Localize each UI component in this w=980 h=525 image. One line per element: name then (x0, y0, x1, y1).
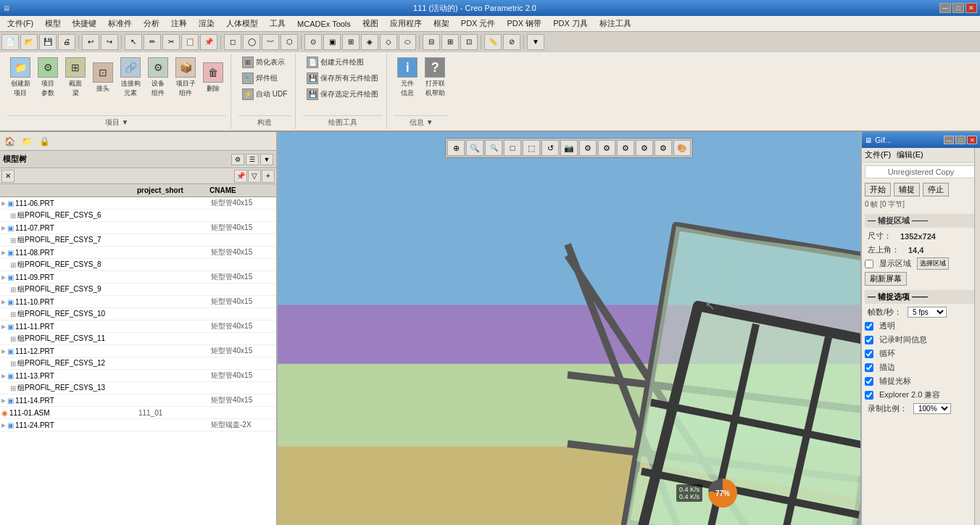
menu-standard[interactable]: 标准件 (102, 17, 138, 30)
menu-pdx-knife[interactable]: PDX 刀具 (547, 17, 594, 30)
gif-menu-file[interactable]: 文件(F) (865, 149, 891, 160)
menu-apps[interactable]: 应用程序 (384, 17, 428, 30)
save-all-drawings-btn[interactable]: 💾 保存所有元件绘图 (303, 71, 382, 86)
meas-btn[interactable]: 📏 (484, 34, 502, 50)
tree-row[interactable]: ⊞ 组PROFIL_REF_CSYS_7 (0, 234, 276, 247)
tree-row[interactable]: ⊞ 组PROFIL_REF_CSYS_11 (0, 333, 276, 345)
tree-row[interactable]: ▶ ▣ 111-08.PRT 矩型管40x15 (0, 247, 276, 259)
gif-refresh-btn[interactable]: 刷新屏幕 (865, 272, 907, 286)
copy-btn[interactable]: 📋 (181, 34, 199, 50)
vp-rotate-btn[interactable]: ⬚ (523, 140, 540, 156)
undo-btn[interactable]: ↩ (82, 34, 99, 50)
rib-btn[interactable]: ⊞ (342, 34, 360, 50)
revolve-btn[interactable]: ◯ (243, 34, 260, 50)
sketch-btn[interactable]: ✏ (144, 34, 161, 50)
viewport[interactable]: ↖ ⊕ 🔍 🔍 □ ⬚ ↺ 📷 ⚙ ⚙ ⚙ ⚙ ⚙ 🎨 0.4 K/s 0.4 … (278, 132, 860, 525)
tree-row[interactable]: ⊞ 组PROFIL_REF_CSYS_10 (0, 308, 276, 321)
tree-row[interactable]: ▶ ▣ 111-07.PRT 矩型管40x15 (0, 222, 276, 234)
tree-list-btn[interactable]: ☰ (246, 154, 259, 165)
vp-pan-btn[interactable]: □ (504, 140, 521, 156)
select-btn[interactable]: ↖ (125, 34, 142, 50)
home-qa-btn[interactable]: 🏠 (1, 134, 17, 149)
menu-human-model[interactable]: 人体模型 (220, 17, 264, 30)
cut-btn[interactable]: ✂ (162, 34, 180, 50)
menu-annotation-tools[interactable]: 标注工具 (594, 17, 637, 30)
simplify-btn[interactable]: ⊞ 简化表示 (238, 55, 291, 70)
gif-loop-checkbox[interactable] (865, 350, 873, 358)
gif-fps-select[interactable]: 5 fps 10 fps 15 fps 20 fps (908, 307, 947, 318)
tree-row[interactable]: ▶ ▣ 111-14.PRT 矩型管40x15 (0, 394, 276, 407)
open-help-btn[interactable]: ? 打开联机帮助 (422, 55, 448, 100)
vp-camera-btn[interactable]: 📷 (560, 140, 578, 156)
vp-orient3-btn[interactable]: ⚙ (617, 140, 634, 156)
vp-spin-btn[interactable]: ↺ (541, 140, 559, 156)
gif-explorer-checkbox[interactable] (865, 391, 873, 400)
gif-start-btn[interactable]: 开始 (865, 183, 891, 197)
vp-orient1-btn[interactable]: ⚙ (579, 140, 597, 156)
tree-row[interactable]: ⊞ 组PROFIL_REF_CSYS_12 (0, 357, 276, 370)
pattern-btn[interactable]: ⊟ (423, 34, 440, 50)
weld-group-btn[interactable]: 🔧 焊件组 (238, 71, 291, 86)
gif-select-area-btn[interactable]: 选择区域 (917, 257, 949, 270)
minimize-button[interactable]: — (939, 3, 951, 13)
section-beam-btn[interactable]: ⊞ 截面梁 (62, 55, 88, 100)
gif-capture-btn[interactable]: 辅捉 (894, 183, 920, 197)
vp-orient4-btn[interactable]: ⚙ (636, 140, 653, 156)
menu-analysis[interactable]: 分析 (138, 17, 165, 30)
menu-pdx-steel[interactable]: PDX 钢带 (502, 17, 548, 30)
menu-view[interactable]: 视图 (357, 17, 384, 30)
create-drawing-btn[interactable]: 📄 创建元件绘图 (303, 55, 382, 70)
round-btn[interactable]: ⬭ (399, 34, 416, 50)
gif-show-area-checkbox[interactable] (865, 260, 873, 268)
close-button[interactable]: ✕ (966, 3, 977, 13)
tree-row[interactable]: ◉ 111-01.ASM 111_01 (0, 407, 276, 419)
tree-row[interactable]: ⊞ 组PROFIL_REF_CSYS_9 (0, 284, 276, 296)
menu-annotations[interactable]: 注释 (165, 17, 193, 30)
gif-stop-btn[interactable]: 停止 (923, 183, 949, 197)
vp-orient2-btn[interactable]: ⚙ (598, 140, 615, 156)
delete-btn[interactable]: 🗑 删除 (200, 60, 226, 96)
sweep-btn[interactable]: 〰 (262, 34, 279, 50)
gif-menu-edit[interactable]: 编辑(E) (897, 149, 923, 160)
joint-btn[interactable]: ⊡ 接头 (90, 60, 116, 96)
blend-btn[interactable]: ⬡ (281, 34, 298, 50)
open-file-btn[interactable]: 📂 (20, 34, 38, 50)
project-params-btn[interactable]: ⚙ 项目参数 (35, 55, 61, 100)
vp-zoom-fit-btn[interactable]: ⊕ (447, 140, 465, 156)
tree-expand-btn[interactable]: ▼ (260, 154, 273, 165)
create-project-btn[interactable]: 📁 创建新项目 (7, 55, 33, 100)
tree-row[interactable]: ▶ ▣ 111-06.PRT 矩型管40x15 (0, 197, 276, 210)
save-selected-drawings-btn[interactable]: 💾 保存选定元件绘图 (303, 87, 382, 102)
gif-minimize-btn[interactable]: — (944, 136, 954, 144)
tree-pin-btn[interactable]: 📌 (234, 170, 247, 183)
menu-model[interactable]: 模型 (39, 17, 67, 30)
gif-scrollbar[interactable] (974, 148, 980, 525)
menu-mcadex[interactable]: MCADEx Tools (291, 18, 357, 30)
lock-qa-btn[interactable]: 🔒 (36, 134, 52, 149)
maximize-button[interactable]: □ (952, 3, 964, 13)
element-info-btn[interactable]: i 元件信息 (394, 55, 420, 100)
vp-zoom-out-btn[interactable]: 🔍 (485, 140, 502, 156)
extrude-btn[interactable]: ◻ (224, 34, 241, 50)
gif-close-btn[interactable]: ✕ (967, 136, 977, 144)
new-file-btn[interactable]: 📄 (1, 34, 19, 50)
gif-border-checkbox[interactable] (865, 363, 873, 372)
equipment-btn[interactable]: ⚙ 设备组件 (145, 55, 171, 100)
tree-row[interactable]: ▶ ▣ 111-09.PRT 矩型管40x15 (0, 271, 276, 284)
menu-pdx-parts[interactable]: PDX 元件 (455, 17, 502, 30)
redo-btn[interactable]: ↪ (101, 34, 118, 50)
tree-row[interactable]: ⊞ 组PROFIL_REF_CSYS_6 (0, 210, 276, 222)
menu-framework[interactable]: 框架 (428, 17, 455, 30)
hole-btn[interactable]: ⊙ (304, 34, 322, 50)
tree-close-btn[interactable]: ✕ (1, 170, 14, 183)
tree-filter-btn[interactable]: ▽ (248, 170, 261, 183)
vp-color-btn[interactable]: 🎨 (673, 140, 691, 156)
model-tree-content[interactable]: ▶ ▣ 111-06.PRT 矩型管40x15 ⊞ 组PROFIL_REF_CS… (0, 197, 276, 525)
gif-record-ratio-select[interactable]: 100% 75% 50% (913, 403, 951, 414)
tree-row[interactable]: ⊞ 组PROFIL_REF_CSYS_13 (0, 382, 276, 394)
gif-timestamp-checkbox[interactable] (865, 336, 873, 344)
sect-btn[interactable]: ⊘ (503, 34, 520, 50)
tree-row[interactable]: ▶ ▣ 111-12.PRT 矩型管40x15 (0, 345, 276, 357)
tree-row[interactable]: ⊞ 组PROFIL_REF_CSYS_8 (0, 259, 276, 271)
gif-cursor-checkbox[interactable] (865, 377, 873, 386)
